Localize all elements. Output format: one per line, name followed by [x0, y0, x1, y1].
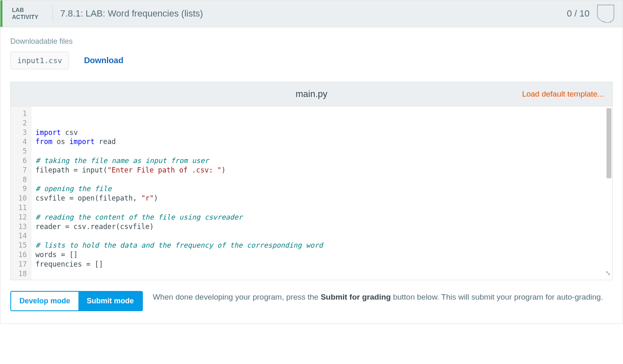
code-line[interactable]: words = [] [36, 250, 608, 260]
code-line[interactable]: # reading the content of the file using … [36, 213, 608, 222]
editor-header: main.py Load default template... [11, 82, 612, 106]
line-number: 18 [17, 269, 27, 279]
mode-toggle: Develop mode Submit mode [10, 291, 143, 311]
help-text-before: When done developing your program, press… [153, 293, 321, 301]
line-number: 14 [17, 231, 27, 241]
line-number: 9 [17, 184, 27, 194]
line-number: 13 [17, 222, 27, 232]
line-number: 16 [17, 250, 27, 260]
accent-bar [0, 0, 2, 27]
code-line[interactable]: # extracting the words from the csv file [36, 278, 608, 280]
load-default-template-link[interactable]: Load default template... [522, 90, 604, 99]
code-line[interactable]: filepath = input("Enter File path of .cs… [36, 165, 608, 175]
download-link[interactable]: Download [84, 56, 123, 65]
resize-handle-icon[interactable]: ⤡ [605, 269, 611, 278]
score-display: 0 / 10 [567, 8, 590, 19]
code-line[interactable]: from os import read [36, 137, 608, 147]
line-number: 7 [17, 165, 27, 175]
line-number: 15 [17, 241, 27, 250]
line-number-gutter: 123456789101112131415161718 [11, 106, 31, 280]
code-line[interactable] [36, 175, 608, 184]
code-line[interactable]: import csv [36, 128, 608, 137]
code-editor: main.py Load default template... 1234567… [10, 82, 613, 280]
line-number: 4 [17, 137, 27, 147]
code-line[interactable] [36, 269, 608, 279]
code-line[interactable] [36, 231, 608, 241]
code-line[interactable]: # opening the file [36, 184, 608, 194]
download-row: input1.csv Download [10, 52, 613, 69]
controls-row: Develop mode Submit mode When done devel… [0, 280, 623, 324]
code-line[interactable] [36, 203, 608, 213]
lab-label-line2: ACTIVITY [12, 14, 45, 21]
code-line[interactable]: reader = csv.reader(csvfile) [36, 222, 608, 232]
line-number: 12 [17, 213, 27, 222]
editor-filename: main.py [296, 89, 327, 99]
downloadable-files-label: Downloadable files [10, 37, 613, 46]
help-text-after: button below. This will submit your prog… [391, 293, 603, 301]
line-number: 1 [17, 109, 27, 118]
line-number: 8 [17, 175, 27, 184]
lab-header: LAB ACTIVITY 7.8.1: LAB: Word frequencie… [0, 0, 623, 27]
editor-body[interactable]: 123456789101112131415161718 import csvfr… [11, 106, 612, 280]
vertical-scrollbar[interactable] [606, 108, 611, 178]
lab-label-line1: LAB [12, 7, 45, 14]
line-number: 3 [17, 128, 27, 137]
code-line[interactable]: csvfile = open(filepath, "r") [36, 194, 608, 203]
bookmark-pocket-icon[interactable] [597, 5, 614, 23]
file-chip: input1.csv [10, 52, 69, 69]
lab-activity-container: LAB ACTIVITY 7.8.1: LAB: Word frequencie… [0, 0, 623, 324]
code-line[interactable]: # taking the file name as input from use… [36, 156, 608, 165]
code-line[interactable]: # lists to hold the data and the frequen… [36, 241, 608, 250]
line-number: 6 [17, 156, 27, 165]
submit-mode-button[interactable]: Submit mode [78, 292, 142, 310]
line-number: 2 [17, 118, 27, 128]
lab-title: 7.8.1: LAB: Word frequencies (lists) [60, 8, 567, 19]
lab-activity-label: LAB ACTIVITY [12, 7, 45, 21]
line-number: 10 [17, 194, 27, 203]
help-text-bold: Submit for grading [321, 293, 391, 301]
line-number: 17 [17, 260, 27, 269]
code-area[interactable]: import csvfrom os import read # taking t… [31, 106, 612, 280]
line-number: 5 [17, 147, 27, 156]
header-divider [52, 5, 53, 22]
lab-body: Downloadable files input1.csv Download m… [0, 27, 623, 280]
develop-mode-button[interactable]: Develop mode [11, 292, 78, 310]
code-line[interactable] [36, 147, 608, 156]
code-line[interactable]: frequencies = [] [36, 260, 608, 269]
help-text: When done developing your program, press… [153, 291, 603, 303]
line-number: 11 [17, 203, 27, 213]
